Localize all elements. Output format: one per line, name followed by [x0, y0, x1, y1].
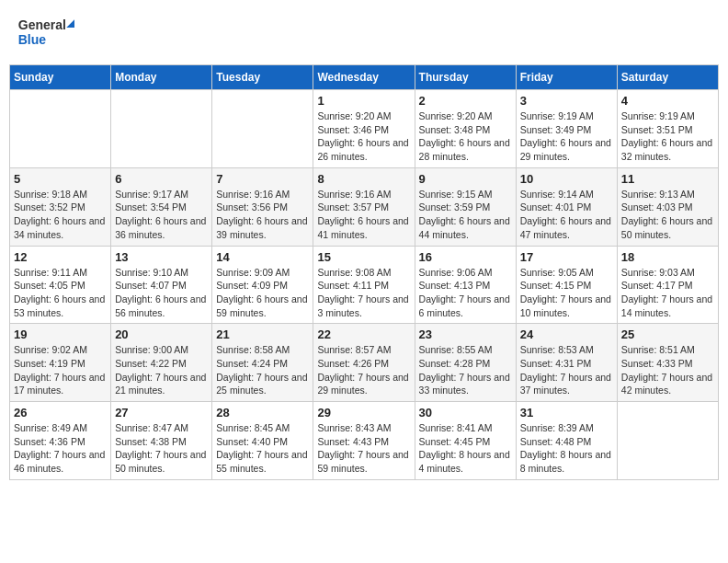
day-number: 12: [14, 250, 107, 264]
day-number: 11: [621, 172, 714, 186]
calendar-cell: 20Sunrise: 9:00 AM Sunset: 4:22 PM Dayli…: [111, 324, 212, 402]
calendar-cell: 10Sunrise: 9:14 AM Sunset: 4:01 PM Dayli…: [516, 167, 617, 246]
day-number: 28: [216, 406, 309, 419]
calendar-cell: 31Sunrise: 8:39 AM Sunset: 4:48 PM Dayli…: [516, 402, 617, 480]
calendar-cell: 18Sunrise: 9:03 AM Sunset: 4:17 PM Dayli…: [617, 246, 718, 324]
svg-text:General: General: [18, 17, 66, 32]
day-number: 1: [317, 94, 410, 108]
day-info: Sunrise: 8:39 AM Sunset: 4:48 PM Dayligh…: [520, 421, 613, 476]
day-info: Sunrise: 9:20 AM Sunset: 3:48 PM Dayligh…: [419, 109, 512, 164]
day-info: Sunrise: 9:20 AM Sunset: 3:46 PM Dayligh…: [317, 109, 410, 164]
weekday-header-wednesday: Wednesday: [313, 65, 415, 90]
weekday-header-friday: Friday: [516, 65, 617, 90]
day-number: 27: [115, 406, 208, 419]
day-info: Sunrise: 9:10 AM Sunset: 4:07 PM Dayligh…: [115, 266, 208, 320]
day-info: Sunrise: 9:03 AM Sunset: 4:17 PM Dayligh…: [621, 266, 714, 320]
calendar-week-1: 1Sunrise: 9:20 AM Sunset: 3:46 PM Daylig…: [10, 90, 719, 168]
day-info: Sunrise: 8:41 AM Sunset: 4:45 PM Dayligh…: [419, 421, 512, 476]
calendar-cell: 21Sunrise: 8:58 AM Sunset: 4:24 PM Dayli…: [212, 324, 313, 402]
calendar-cell: 4Sunrise: 9:19 AM Sunset: 3:51 PM Daylig…: [617, 90, 718, 168]
weekday-header-tuesday: Tuesday: [212, 65, 313, 90]
calendar-cell: 14Sunrise: 9:09 AM Sunset: 4:09 PM Dayli…: [212, 246, 313, 324]
calendar-cell: 19Sunrise: 9:02 AM Sunset: 4:19 PM Dayli…: [10, 324, 111, 402]
day-info: Sunrise: 9:15 AM Sunset: 3:59 PM Dayligh…: [419, 188, 512, 242]
day-number: 24: [520, 327, 613, 341]
day-info: Sunrise: 9:19 AM Sunset: 3:51 PM Dayligh…: [621, 109, 714, 164]
day-number: 7: [216, 172, 309, 186]
day-number: 2: [419, 94, 512, 108]
day-number: 10: [520, 172, 613, 186]
logo: General Blue: [17, 13, 81, 53]
weekday-header-thursday: Thursday: [415, 65, 516, 90]
calendar-cell: 6Sunrise: 9:17 AM Sunset: 3:54 PM Daylig…: [111, 167, 212, 246]
day-number: 6: [115, 172, 208, 186]
day-number: 21: [216, 327, 309, 341]
calendar-cell: 13Sunrise: 9:10 AM Sunset: 4:07 PM Dayli…: [111, 246, 212, 324]
calendar-cell: 7Sunrise: 9:16 AM Sunset: 3:56 PM Daylig…: [212, 167, 313, 246]
day-number: 3: [520, 94, 613, 108]
calendar-cell: 1Sunrise: 9:20 AM Sunset: 3:46 PM Daylig…: [313, 90, 415, 168]
day-info: Sunrise: 8:49 AM Sunset: 4:36 PM Dayligh…: [14, 421, 107, 476]
day-info: Sunrise: 8:53 AM Sunset: 4:31 PM Dayligh…: [520, 343, 613, 397]
day-info: Sunrise: 9:00 AM Sunset: 4:22 PM Dayligh…: [115, 343, 208, 397]
svg-marker-2: [66, 19, 74, 28]
day-number: 19: [14, 327, 107, 341]
day-number: 22: [317, 327, 410, 341]
calendar-cell: 25Sunrise: 8:51 AM Sunset: 4:33 PM Dayli…: [617, 324, 718, 402]
day-info: Sunrise: 9:11 AM Sunset: 4:05 PM Dayligh…: [14, 266, 107, 320]
day-info: Sunrise: 9:18 AM Sunset: 3:52 PM Dayligh…: [14, 188, 107, 242]
calendar-cell: 5Sunrise: 9:18 AM Sunset: 3:52 PM Daylig…: [10, 167, 111, 246]
day-info: Sunrise: 9:19 AM Sunset: 3:49 PM Dayligh…: [520, 109, 613, 164]
calendar-cell: 15Sunrise: 9:08 AM Sunset: 4:11 PM Dayli…: [313, 246, 415, 324]
calendar-cell: [212, 90, 313, 168]
calendar-cell: 8Sunrise: 9:16 AM Sunset: 3:57 PM Daylig…: [313, 167, 415, 246]
day-number: 29: [317, 406, 410, 419]
day-number: 4: [621, 94, 714, 108]
day-info: Sunrise: 8:58 AM Sunset: 4:24 PM Dayligh…: [216, 343, 309, 397]
calendar-cell: 30Sunrise: 8:41 AM Sunset: 4:45 PM Dayli…: [415, 402, 516, 480]
day-info: Sunrise: 9:02 AM Sunset: 4:19 PM Dayligh…: [14, 343, 107, 397]
calendar-week-5: 26Sunrise: 8:49 AM Sunset: 4:36 PM Dayli…: [10, 402, 719, 480]
day-number: 25: [621, 327, 714, 341]
day-number: 30: [419, 406, 512, 419]
calendar-body: 1Sunrise: 9:20 AM Sunset: 3:46 PM Daylig…: [10, 90, 719, 480]
day-number: 13: [115, 250, 208, 264]
logo-svg: General Blue: [17, 13, 81, 50]
day-info: Sunrise: 8:57 AM Sunset: 4:26 PM Dayligh…: [317, 343, 410, 397]
calendar-cell: 16Sunrise: 9:06 AM Sunset: 4:13 PM Dayli…: [415, 246, 516, 324]
day-info: Sunrise: 9:06 AM Sunset: 4:13 PM Dayligh…: [419, 266, 512, 320]
day-number: 23: [419, 327, 512, 341]
day-info: Sunrise: 8:45 AM Sunset: 4:40 PM Dayligh…: [216, 421, 309, 476]
day-info: Sunrise: 9:16 AM Sunset: 3:57 PM Dayligh…: [317, 188, 410, 242]
day-number: 16: [419, 250, 512, 264]
day-number: 18: [621, 250, 714, 264]
calendar-cell: [617, 402, 718, 480]
day-info: Sunrise: 8:47 AM Sunset: 4:38 PM Dayligh…: [115, 421, 208, 476]
day-number: 20: [115, 327, 208, 341]
calendar-cell: 28Sunrise: 8:45 AM Sunset: 4:40 PM Dayli…: [212, 402, 313, 480]
weekday-header-saturday: Saturday: [617, 65, 718, 90]
calendar-table: SundayMondayTuesdayWednesdayThursdayFrid…: [9, 64, 719, 480]
calendar-cell: 22Sunrise: 8:57 AM Sunset: 4:26 PM Dayli…: [313, 324, 415, 402]
calendar-cell: 23Sunrise: 8:55 AM Sunset: 4:28 PM Dayli…: [415, 324, 516, 402]
calendar-cell: 27Sunrise: 8:47 AM Sunset: 4:38 PM Dayli…: [111, 402, 212, 480]
day-number: 26: [14, 406, 107, 419]
day-info: Sunrise: 9:17 AM Sunset: 3:54 PM Dayligh…: [115, 188, 208, 242]
day-number: 5: [14, 172, 107, 186]
calendar-cell: 17Sunrise: 9:05 AM Sunset: 4:15 PM Dayli…: [516, 246, 617, 324]
weekday-header-sunday: Sunday: [10, 65, 111, 90]
day-info: Sunrise: 8:43 AM Sunset: 4:43 PM Dayligh…: [317, 421, 410, 476]
calendar-cell: 24Sunrise: 8:53 AM Sunset: 4:31 PM Dayli…: [516, 324, 617, 402]
weekday-header-monday: Monday: [111, 65, 212, 90]
calendar-cell: 12Sunrise: 9:11 AM Sunset: 4:05 PM Dayli…: [10, 246, 111, 324]
calendar-week-4: 19Sunrise: 9:02 AM Sunset: 4:19 PM Dayli…: [10, 324, 719, 402]
day-info: Sunrise: 8:55 AM Sunset: 4:28 PM Dayligh…: [419, 343, 512, 397]
day-number: 15: [317, 250, 410, 264]
calendar-cell: [111, 90, 212, 168]
calendar-cell: [10, 90, 111, 168]
day-info: Sunrise: 9:05 AM Sunset: 4:15 PM Dayligh…: [520, 266, 613, 320]
calendar-cell: 2Sunrise: 9:20 AM Sunset: 3:48 PM Daylig…: [415, 90, 516, 168]
day-info: Sunrise: 8:51 AM Sunset: 4:33 PM Dayligh…: [621, 343, 714, 397]
day-number: 17: [520, 250, 613, 264]
svg-text:Blue: Blue: [18, 32, 47, 47]
